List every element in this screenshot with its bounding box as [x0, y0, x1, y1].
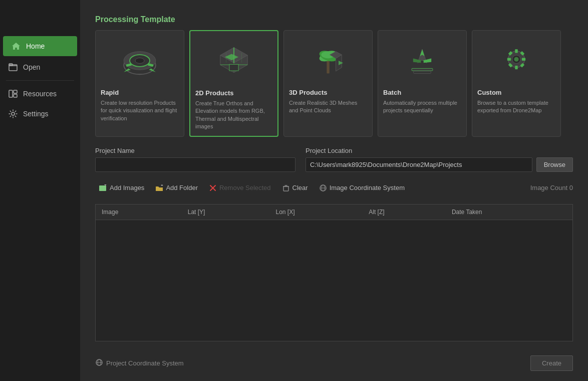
template-card-batch[interactable]: Batch Automatically process multiple pro… — [378, 30, 467, 137]
3d-card-desc: Create Realistic 3D Meshes and Point Clo… — [289, 99, 367, 115]
2d-products-icon — [209, 39, 259, 84]
batch-card-desc: Automatically process multiple projects … — [383, 99, 461, 115]
image-coordinate-button[interactable]: Image Coordinate System — [315, 182, 409, 194]
col-alt: Alt [Z] — [363, 205, 446, 220]
col-date: Date Taken — [446, 205, 572, 220]
project-name-section: Project Name — [95, 147, 296, 172]
bottom-bar: Project Coordinate System Create — [95, 351, 573, 371]
svg-rect-41 — [515, 66, 517, 69]
home-icon — [11, 41, 21, 51]
sidebar-item-home-label: Home — [26, 42, 45, 50]
rapid-card-title: Rapid — [101, 89, 179, 96]
coord-globe-icon — [95, 358, 103, 368]
template-card-rapid[interactable]: Rapid Create low resolution Products for… — [95, 30, 184, 137]
project-location-row: Browse — [306, 157, 573, 172]
remove-selected-label: Remove Selected — [219, 184, 271, 192]
image-toolbar: + Add Images + Add Folder Remove Select — [95, 182, 573, 194]
sidebar: Home Open Resources Set — [0, 0, 80, 381]
svg-point-48 — [514, 57, 518, 62]
project-coordinate-system[interactable]: Project Coordinate System — [95, 358, 184, 368]
processing-template-title: Processing Template — [95, 15, 573, 24]
2d-card-icon-area — [195, 36, 272, 86]
svg-text:+: + — [104, 184, 107, 187]
custom-card-icon-area — [477, 36, 555, 86]
svg-point-6 — [12, 112, 15, 115]
open-icon — [8, 62, 18, 72]
resources-icon — [8, 89, 18, 99]
image-coordinate-label: Image Coordinate System — [330, 184, 405, 192]
sidebar-item-resources-label: Resources — [23, 90, 57, 98]
processing-template-section: Processing Template — [95, 15, 573, 137]
sidebar-item-settings[interactable]: Settings — [0, 104, 80, 124]
template-card-3d-products[interactable]: 3D Products Create Realistic 3D Meshes a… — [283, 30, 373, 137]
batch-card-title: Batch — [383, 89, 461, 96]
add-folder-icon: + — [155, 184, 163, 192]
sidebar-item-resources[interactable]: Resources — [0, 84, 80, 104]
main-content: Processing Template — [80, 0, 588, 381]
globe-icon — [319, 184, 327, 192]
custom-card-title: Custom — [477, 89, 555, 96]
svg-rect-5 — [14, 94, 17, 97]
add-images-icon: + — [99, 184, 107, 192]
col-lon: Lon [X] — [269, 205, 363, 220]
svg-rect-4 — [14, 90, 17, 93]
svg-rect-54 — [283, 186, 288, 191]
svg-rect-3 — [9, 90, 13, 97]
remove-selected-button[interactable]: Remove Selected — [205, 182, 275, 194]
project-info-row: Project Name Project Location Browse — [95, 147, 573, 172]
svg-marker-0 — [12, 43, 20, 50]
add-images-label: Add Images — [110, 184, 144, 192]
custom-card-desc: Browse to a custom template exported fro… — [477, 99, 555, 115]
project-location-section: Project Location Browse — [306, 147, 573, 172]
svg-rect-40 — [515, 49, 517, 53]
svg-rect-36 — [412, 68, 433, 71]
template-card-custom[interactable]: Custom Browse to a custom template expor… — [472, 30, 561, 137]
image-count-label: Image Count — [530, 184, 567, 192]
sidebar-item-home[interactable]: Home — [3, 36, 77, 56]
add-images-button[interactable]: + Add Images — [95, 182, 148, 194]
image-count: Image Count 0 — [530, 184, 573, 192]
project-location-label: Project Location — [306, 147, 573, 154]
project-name-label: Project Name — [95, 147, 296, 154]
rapid-icon — [115, 38, 165, 83]
batch-card-icon-area — [383, 36, 461, 86]
3d-card-icon-area — [289, 36, 367, 86]
sidebar-item-open[interactable]: Open — [0, 57, 80, 77]
table-header-row: Image Lat [Y] Lon [X] Alt [Z] Date Taken — [96, 205, 572, 220]
3d-products-icon — [303, 38, 353, 83]
image-table-container[interactable]: Image Lat [Y] Lon [X] Alt [Z] Date Taken — [95, 204, 573, 341]
clear-button[interactable]: Clear — [278, 182, 312, 194]
2d-card-desc: Create True Orthos and Elevation models … — [195, 100, 272, 131]
rapid-card-icon-area — [101, 36, 179, 86]
add-folder-button[interactable]: + Add Folder — [151, 182, 202, 194]
image-table: Image Lat [Y] Lon [X] Alt [Z] Date Taken — [96, 205, 572, 220]
col-lat: Lat [Y] — [182, 205, 270, 220]
col-image: Image — [96, 205, 182, 220]
batch-icon — [397, 38, 447, 83]
image-count-value: 0 — [569, 184, 573, 192]
template-cards: Rapid Create low resolution Products for… — [95, 30, 573, 137]
project-name-input[interactable] — [95, 157, 296, 172]
svg-point-10 — [135, 58, 144, 64]
clear-label: Clear — [292, 184, 308, 192]
custom-icon — [491, 38, 541, 83]
remove-selected-icon — [209, 184, 217, 192]
sidebar-divider — [6, 80, 74, 81]
create-button[interactable]: Create — [530, 355, 573, 371]
svg-rect-37 — [414, 71, 431, 74]
browse-button[interactable]: Browse — [536, 157, 573, 172]
svg-rect-42 — [507, 58, 511, 61]
svg-rect-43 — [522, 58, 525, 61]
template-card-2d-products[interactable]: 2D Products Create True Orthos and Eleva… — [189, 30, 278, 137]
svg-rect-24 — [327, 61, 329, 73]
coord-system-label: Project Coordinate System — [106, 359, 184, 367]
clear-icon — [282, 184, 290, 192]
svg-rect-21 — [229, 64, 238, 71]
project-location-input[interactable] — [306, 157, 532, 172]
sidebar-item-open-label: Open — [23, 63, 40, 71]
add-folder-label: Add Folder — [166, 184, 198, 192]
settings-icon — [8, 109, 18, 119]
2d-card-title: 2D Products — [195, 89, 272, 97]
rapid-card-desc: Create low resolution Products for quick… — [101, 99, 179, 122]
sidebar-item-settings-label: Settings — [23, 110, 49, 118]
